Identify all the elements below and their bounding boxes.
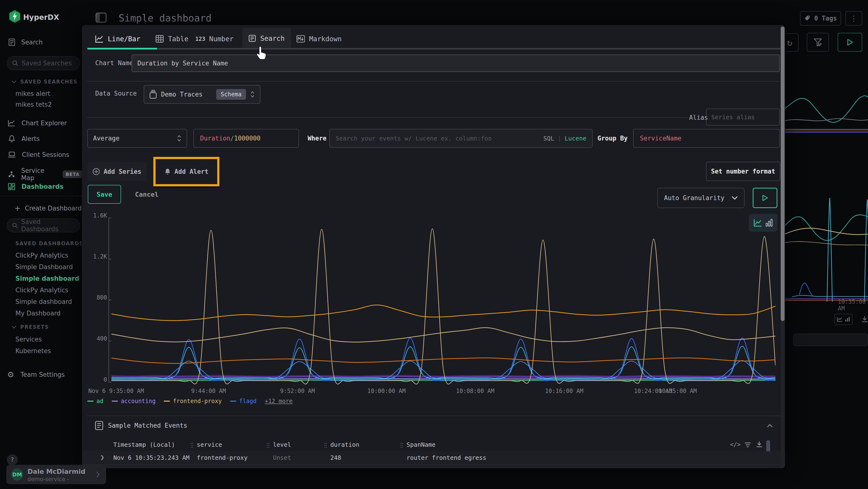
drag-handle-icon[interactable] — [190, 442, 193, 449]
lucene-mode-toggle[interactable]: Lucene — [565, 135, 586, 142]
drag-handle-icon[interactable] — [324, 442, 327, 449]
alias-label: Alias — [689, 114, 708, 121]
sql-mode-toggle[interactable]: SQL — [543, 135, 554, 142]
events-list-icon — [95, 421, 103, 430]
saved-dashboards-input[interactable]: Saved Dashboards — [7, 219, 80, 232]
run-chart-button[interactable] — [753, 188, 777, 208]
legend-item[interactable]: frontend-proxy — [164, 398, 222, 405]
preset-item[interactable]: Kubernetes — [16, 347, 51, 354]
chart-name-label: Chart Name — [95, 59, 133, 67]
events-table-header: Timestamp (Local) service level duration… — [82, 438, 785, 452]
bell-icon — [8, 135, 15, 142]
cell-duration: 248 — [330, 454, 341, 461]
saved-searches-header[interactable]: SAVED SEARCHES — [11, 79, 78, 85]
panel-toggle-icon[interactable] — [95, 12, 106, 23]
add-series-button[interactable]: Add Series — [87, 162, 147, 181]
sample-events-header[interactable]: Sample Matched Events — [95, 421, 187, 430]
set-number-format-button[interactable]: Set number format — [706, 162, 780, 181]
col-duration[interactable]: duration — [330, 441, 359, 448]
collapse-chevron-icon[interactable] — [767, 424, 773, 428]
help-button[interactable]: ? — [7, 454, 18, 465]
save-button[interactable]: Save — [88, 185, 121, 204]
table-row[interactable]: ❯ Nov 6 10:35:23.243 AM frontend-proxy U… — [82, 451, 785, 465]
dashboard-item-active[interactable]: Simple dashboard — [16, 275, 79, 282]
col-spanname[interactable]: SpanName — [406, 441, 435, 448]
aggregation-value: Average — [93, 135, 120, 142]
saved-dashboards-header[interactable]: SAVED DASHBOARDS — [11, 241, 82, 247]
legend-item[interactable]: accounting — [112, 398, 156, 405]
chart-name-input[interactable]: Duration by Service Name — [132, 55, 780, 72]
download-icon[interactable] — [756, 441, 763, 448]
bell-icon — [164, 168, 171, 175]
sidebar-item-team-settings[interactable]: ⚙ Team Settings — [7, 370, 65, 379]
drag-handle-icon[interactable] — [267, 442, 270, 449]
create-dashboard-button[interactable]: + Create Dashboard — [14, 204, 82, 212]
legend-item[interactable]: ad — [87, 398, 103, 405]
row-expand-chevron[interactable]: ❯ — [100, 453, 104, 461]
table-row[interactable]: ❯ Nov 6 10:35:23.243 AM frontend-proxy U… — [82, 465, 785, 468]
tab-number[interactable]: 123 Number — [195, 29, 234, 48]
filter-lines-icon[interactable] — [745, 442, 751, 448]
sidebar-item-chart-explorer[interactable]: Chart Explorer — [8, 119, 67, 127]
sidebar-item-alerts[interactable]: Alerts — [8, 135, 39, 142]
plus-circle-icon — [93, 168, 100, 175]
modal-scrollbar-thumb[interactable] — [781, 27, 784, 321]
preset-item[interactable]: Services — [16, 336, 42, 343]
granularity-value: Auto Granularity — [664, 194, 724, 202]
aggregation-select[interactable]: Average — [87, 129, 187, 148]
tags-button[interactable]: 0 Tags — [800, 11, 841, 26]
group-by-input[interactable]: ServiceName — [633, 129, 780, 148]
alias-input[interactable]: Series alias — [706, 109, 780, 125]
group-by-value: ServiceName — [640, 135, 681, 142]
background-download-icon[interactable] — [861, 316, 868, 323]
background-search-bar[interactable] — [793, 334, 868, 346]
cancel-button[interactable]: Cancel — [130, 185, 163, 204]
user-card[interactable]: DM Dale McDiarmid demo-service - — [6, 465, 106, 484]
tab-markdown[interactable]: Markdown — [297, 29, 342, 48]
avatar: DM — [11, 468, 23, 481]
tab-table[interactable]: Table — [156, 29, 188, 48]
filter-button[interactable] — [807, 33, 829, 52]
beta-badge: BETA — [63, 170, 83, 178]
dashboard-item[interactable]: Simple Dashboard — [16, 263, 73, 270]
col-timestamp[interactable]: Timestamp (Local) — [113, 441, 175, 448]
chart-editor-modal: Line/Bar Table 123 Number Search Markdow… — [82, 25, 785, 468]
data-source-select[interactable]: Demo Traces Schema — [144, 85, 260, 104]
kebab-menu-button[interactable]: ⋮ — [845, 11, 862, 26]
background-run-button[interactable] — [838, 33, 862, 52]
kebab-icon: ⋮ — [850, 14, 858, 23]
saved-search-item[interactable]: mikes alert — [16, 90, 51, 97]
add-alert-button[interactable]: Add Alert — [156, 159, 217, 184]
cell-level: Unset — [273, 454, 291, 461]
granularity-select[interactable]: Auto Granularity — [657, 188, 745, 208]
section-divider — [87, 415, 780, 416]
chart-name-value: Duration by Service Name — [137, 60, 228, 67]
dashboard-item[interactable]: ClickPy Analytics — [16, 252, 68, 259]
legend-more-link[interactable]: +12 more — [265, 398, 293, 405]
where-search-input[interactable]: Search your events w/ Lucene ex. column:… — [329, 129, 593, 148]
dashboard-item[interactable]: ClickPy Analytics — [16, 287, 68, 294]
sidebar-item-service-map[interactable]: Service Map BETA — [8, 167, 83, 181]
background-chart-toggle[interactable] — [834, 314, 852, 325]
code-view-icon[interactable]: </> — [730, 441, 740, 448]
user-subtitle: demo-service - — [28, 476, 69, 482]
timeseries-chart[interactable] — [108, 215, 775, 386]
field-expression-input[interactable]: Duration/1000000 — [193, 129, 299, 148]
col-service[interactable]: service — [197, 441, 222, 448]
saved-dashboards-placeholder: Saved Dashboards — [21, 218, 75, 233]
saved-search-item[interactable]: mikes tets2 — [16, 101, 52, 108]
sidebar-item-search[interactable]: Search — [9, 39, 43, 46]
drag-handle-icon[interactable] — [400, 442, 403, 449]
saved-searches-input[interactable]: Saved Searches — [7, 56, 80, 70]
cell-service: frontend-proxy — [197, 468, 248, 468]
service-map-icon — [8, 171, 15, 178]
legend-item[interactable]: flagd — [230, 398, 256, 405]
presets-header[interactable]: PRESETS — [11, 324, 49, 330]
tag-icon — [804, 15, 811, 22]
col-level[interactable]: level — [273, 441, 291, 448]
dashboard-item[interactable]: Simple dashboard — [16, 298, 72, 305]
tab-line-bar[interactable]: Line/Bar — [95, 29, 140, 48]
sidebar-item-client-sessions[interactable]: Client Sessions — [8, 151, 69, 158]
dashboard-item[interactable]: My Dashboard — [16, 310, 61, 317]
sidebar-item-dashboards[interactable]: Dashboards — [8, 183, 63, 190]
